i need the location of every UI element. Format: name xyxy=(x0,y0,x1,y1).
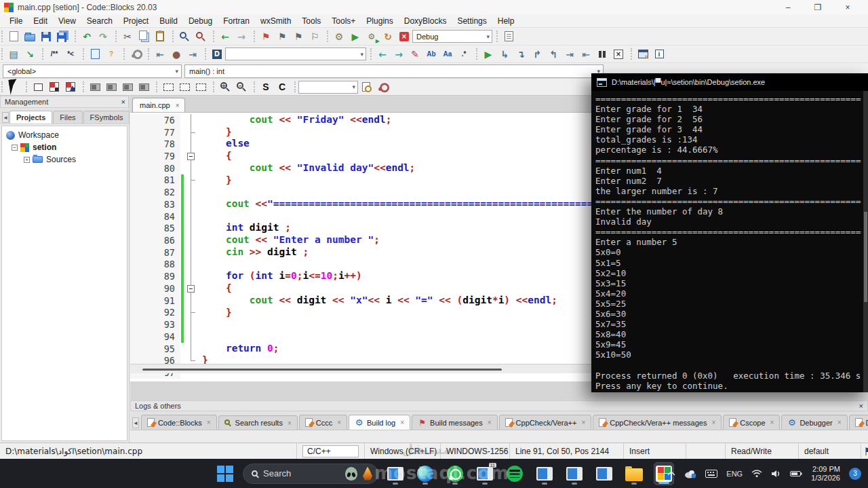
regex-icon[interactable]: .* xyxy=(456,48,471,61)
wx-zoom-in-icon[interactable]: + xyxy=(218,80,233,94)
nav-forward-icon[interactable]: → xyxy=(234,30,249,43)
match-case-icon[interactable]: Ab xyxy=(424,48,439,61)
step-out-icon[interactable]: ↰ xyxy=(546,48,561,61)
save-all-icon[interactable] xyxy=(55,30,70,43)
highlight-occurrences-icon[interactable]: ✎ xyxy=(408,48,422,61)
taskbar-app-window-5[interactable] xyxy=(594,462,614,485)
scrollbar-thumb[interactable] xyxy=(142,369,502,371)
tray-chevron-up-icon[interactable] xyxy=(667,471,675,476)
doxy-help-icon[interactable]: ? xyxy=(104,48,119,61)
taskbar-clock[interactable]: 2:09 PM 1/3/2026 xyxy=(811,465,840,483)
wx-palette-icon[interactable] xyxy=(47,80,62,94)
log-tab-debugger[interactable]: Debugger× xyxy=(781,415,847,430)
build-target-combo[interactable]: Debug▾ xyxy=(412,30,492,43)
taskbar-file-explorer[interactable] xyxy=(624,462,644,485)
log-tab-cccc[interactable]: Cccc× xyxy=(299,415,347,430)
management-tab-fsymbols[interactable]: FSymbols xyxy=(83,111,130,124)
next-instruction-icon[interactable]: ⇥ xyxy=(562,48,577,61)
wx-border-none-icon[interactable] xyxy=(161,80,176,94)
fold-toggle-icon[interactable] xyxy=(185,282,198,295)
open-file-icon[interactable] xyxy=(22,30,37,43)
tab-close-icon[interactable]: × xyxy=(488,419,492,426)
console-scrollbar[interactable] xyxy=(863,91,868,392)
incredibuild-icon[interactable] xyxy=(210,48,224,61)
expand-icon[interactable]: + xyxy=(24,157,30,163)
log-tab-build-log[interactable]: Build log× xyxy=(349,415,410,430)
abort-build-icon[interactable] xyxy=(397,30,412,43)
next-bookmark-icon[interactable]: ⚑ xyxy=(291,30,306,43)
tab-close-icon[interactable]: × xyxy=(711,419,715,426)
log-tab-cscope[interactable]: Cscope× xyxy=(723,415,780,430)
editor-tab-main-cpp[interactable]: main.cpp × xyxy=(132,98,185,112)
menu-search[interactable]: Search xyxy=(81,15,118,27)
menu-tools[interactable]: Tools xyxy=(296,15,326,27)
doxyblocks-log-icon[interactable] xyxy=(501,30,516,43)
menu-build[interactable]: Build xyxy=(154,15,183,27)
console-title-bar[interactable]: D:\materials\|▀u|≈\setion\bin\Debug\seti… xyxy=(591,73,868,91)
tab-close-icon[interactable]: × xyxy=(400,419,404,426)
undo-icon[interactable]: ↶ xyxy=(79,30,94,43)
log-tab-cppcheck-vera-messages[interactable]: CppCheck/Vera++ messages× xyxy=(593,415,722,430)
log-tab-cppcheck-vera-[interactable]: CppCheck/Vera++× xyxy=(499,415,592,430)
collapse-icon[interactable]: − xyxy=(12,145,18,151)
debug-info-icon[interactable] xyxy=(652,48,667,61)
menu-tools[interactable]: Tools+ xyxy=(326,15,361,27)
start-button[interactable] xyxy=(216,464,235,483)
debug-continue-icon[interactable]: ▶ xyxy=(481,48,496,61)
tab-close-icon[interactable]: × xyxy=(207,419,211,426)
wx-border-some-icon[interactable] xyxy=(177,80,192,94)
tab-close-icon[interactable]: × xyxy=(337,419,341,426)
wx-show-class-icon[interactable]: C xyxy=(275,80,290,94)
scope-combo[interactable]: <global> ▾ xyxy=(3,64,182,78)
break-debugger-icon[interactable] xyxy=(595,48,610,61)
toggle-bookmark-icon[interactable]: ⚑ xyxy=(258,30,273,43)
taskbar-app-window-3[interactable] xyxy=(534,462,555,485)
debugging-windows-icon[interactable] xyxy=(635,48,650,61)
cut-icon[interactable]: ✂ xyxy=(120,30,135,43)
wx-insert-widget-icon[interactable] xyxy=(31,80,45,94)
stop-debugger-icon[interactable] xyxy=(611,48,626,61)
wx-resource-icon[interactable] xyxy=(63,80,78,94)
menu-project[interactable]: Project xyxy=(118,15,154,27)
taskbar-app-window-4[interactable] xyxy=(564,462,585,485)
function-combo[interactable]: main() : int ▾ xyxy=(184,64,604,78)
doxyblocks-extract-icon[interactable]: ▤ xyxy=(6,48,21,61)
clear-bookmarks-icon[interactable]: ⚐ xyxy=(307,30,322,43)
wx-quick-props-combo[interactable]: ▾ xyxy=(298,81,358,94)
find-icon[interactable] xyxy=(177,30,192,43)
wx-pointer-icon[interactable] xyxy=(6,80,21,94)
tree-item-workspace[interactable]: Workspace xyxy=(6,129,127,141)
copy-icon[interactable] xyxy=(136,30,151,43)
block-comment-icon[interactable]: /** xyxy=(47,48,62,61)
menu-edit[interactable]: Edit xyxy=(28,15,53,27)
paste-icon[interactable] xyxy=(153,30,167,43)
browse-marker-icon[interactable]: ● xyxy=(169,48,184,61)
management-tab-projects[interactable]: Projects xyxy=(9,111,52,124)
prev-bookmark-icon[interactable]: ⚑ xyxy=(275,30,290,43)
close-button[interactable]: × xyxy=(833,0,863,15)
wx-find-resource-icon[interactable] xyxy=(359,80,374,94)
new-file-icon[interactable] xyxy=(6,30,21,43)
fold-toggle-icon[interactable] xyxy=(185,150,198,162)
save-icon[interactable] xyxy=(39,30,54,43)
log-tab-build-messages[interactable]: Build messages× xyxy=(412,415,498,430)
wx-align-left-icon[interactable] xyxy=(87,80,102,94)
management-tab-files[interactable]: Files xyxy=(53,111,82,124)
build-icon[interactable]: ⚙ xyxy=(332,30,347,43)
touch-keyboard-icon[interactable] xyxy=(705,470,717,478)
search-combo[interactable]: ▾ xyxy=(225,48,366,60)
input-language[interactable]: ENG xyxy=(726,470,743,478)
browse-forward-icon[interactable]: ⇥ xyxy=(185,48,200,61)
line-comment-icon[interactable]: *< xyxy=(63,48,78,61)
wx-align-bottom-icon[interactable] xyxy=(104,80,119,94)
restore-button[interactable]: ❐ xyxy=(803,0,833,15)
notification-badge[interactable]: 3 xyxy=(849,468,861,480)
log-tab-code-blocks[interactable]: Code::Blocks× xyxy=(141,415,217,430)
nav-back-icon[interactable]: ← xyxy=(218,30,233,43)
find-next-icon[interactable]: → xyxy=(391,48,406,61)
wx-align-fill-icon[interactable] xyxy=(136,80,151,94)
wx-zoom-out-icon[interactable]: – xyxy=(234,80,249,94)
menu-wxsmith[interactable]: wxSmith xyxy=(255,15,296,27)
menu-view[interactable]: View xyxy=(53,15,81,27)
menu-doxyblocks[interactable]: DoxyBlocks xyxy=(399,15,452,27)
